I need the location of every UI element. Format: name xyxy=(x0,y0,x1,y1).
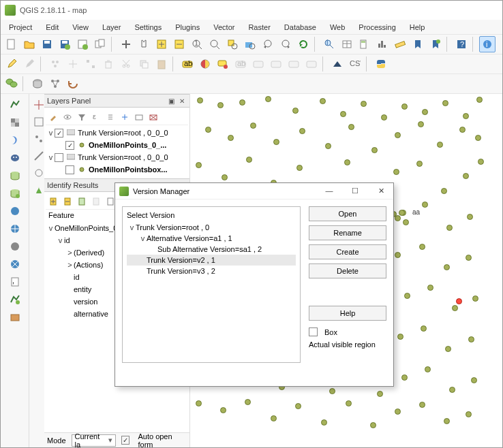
attribute-table-button[interactable] xyxy=(339,36,355,52)
collapse-all-button[interactable] xyxy=(119,111,131,123)
twisty-icon[interactable] xyxy=(66,285,74,293)
version-row[interactable]: Trunk Version=v3 , 2 xyxy=(127,266,296,276)
csw-button[interactable]: CSW xyxy=(347,56,363,72)
add-oracle-button[interactable] xyxy=(7,204,22,219)
pan-button[interactable] xyxy=(118,36,134,52)
field-calc-button[interactable] xyxy=(356,36,373,52)
menu-processing[interactable]: Processing xyxy=(352,22,402,33)
add-vector-button[interactable] xyxy=(7,97,22,112)
zoom-full-button[interactable] xyxy=(207,36,223,52)
browser-button[interactable] xyxy=(47,76,63,92)
version-row[interactable]: Trunk Version=v2 , 1 xyxy=(127,255,296,266)
bookmarks-button[interactable] xyxy=(410,36,426,52)
label-rule-button[interactable] xyxy=(197,56,213,72)
save-as-button[interactable] xyxy=(57,36,73,52)
open-button[interactable]: Open xyxy=(309,206,386,221)
zoom-out-button[interactable] xyxy=(171,36,187,52)
twisty-icon[interactable] xyxy=(150,245,157,253)
version-list[interactable]: vTrunk Version=root , 0vAlternative Vers… xyxy=(127,222,296,358)
python-console-button[interactable] xyxy=(373,56,389,72)
add-wms-button[interactable] xyxy=(7,221,22,236)
grass-button[interactable] xyxy=(31,182,47,198)
layer-row[interactable]: vTrunk Version=root , 0_0_0 xyxy=(46,151,188,163)
help-button[interactable]: Help xyxy=(309,306,386,321)
road-graph-button[interactable] xyxy=(31,148,47,164)
add-spatialite-button[interactable] xyxy=(7,133,22,148)
open-project-button[interactable] xyxy=(21,36,37,52)
new-bookmark-button[interactable] xyxy=(427,36,444,52)
maximize-button[interactable]: ☐ xyxy=(347,187,363,195)
twisty-icon[interactable] xyxy=(58,141,65,149)
layout-manager-button[interactable] xyxy=(92,36,108,52)
label-change-button[interactable] xyxy=(286,56,302,72)
edit-save-button[interactable] xyxy=(21,56,37,72)
add-csv-button[interactable]: , xyxy=(7,274,22,289)
twisty-icon[interactable]: v xyxy=(47,129,55,137)
twisty-icon[interactable]: v xyxy=(47,224,55,232)
mode-combo[interactable]: Current la ▾ xyxy=(72,434,116,447)
label-tool-button[interactable]: abc xyxy=(179,56,196,72)
stats-button[interactable] xyxy=(374,36,391,52)
new-layout-button[interactable] xyxy=(74,36,91,52)
twisty-icon[interactable] xyxy=(139,267,147,275)
expand-new-button[interactable] xyxy=(76,195,88,208)
twisty-icon[interactable]: > xyxy=(66,249,74,257)
version-row[interactable]: Sub Alternative Version=sa1 , 2 xyxy=(127,244,296,255)
remove-button[interactable] xyxy=(147,111,159,123)
twisty-icon[interactable]: > xyxy=(66,261,74,269)
twisty-icon[interactable]: v xyxy=(47,153,55,161)
new-project-button[interactable] xyxy=(3,36,20,52)
zoom-layer-button[interactable] xyxy=(242,36,258,52)
new-shapefile-button[interactable] xyxy=(7,292,22,307)
menu-help[interactable]: Help xyxy=(403,22,432,33)
zoom-last-button[interactable] xyxy=(260,36,276,52)
menu-web[interactable]: Web xyxy=(323,22,352,33)
processing-button[interactable] xyxy=(65,76,81,92)
zoom-next-button[interactable] xyxy=(277,36,294,52)
add-wfs-button[interactable] xyxy=(7,257,22,272)
twisty-icon[interactable] xyxy=(66,310,74,318)
layer-row[interactable]: vTrunk Version=root , 0_0_0 xyxy=(46,127,188,139)
pan-selection-button[interactable] xyxy=(136,36,152,52)
twisty-icon[interactable]: v xyxy=(139,234,147,242)
expand-tree-button[interactable] xyxy=(47,195,59,208)
measure-button[interactable] xyxy=(392,36,408,52)
create-button[interactable]: Create xyxy=(309,244,386,259)
twisty-icon[interactable] xyxy=(66,298,74,306)
style-button[interactable] xyxy=(47,111,59,123)
filter-eye-button[interactable] xyxy=(61,111,74,123)
box-checkbox[interactable] xyxy=(309,327,318,336)
menu-vector[interactable]: Vector xyxy=(207,22,241,33)
metasearch-button[interactable] xyxy=(329,56,346,72)
label-show-button[interactable]: abc xyxy=(232,56,249,72)
version-row[interactable]: vTrunk Version=root , 0 xyxy=(127,222,296,233)
minimize-button[interactable]: — xyxy=(321,187,337,195)
expand-all-button[interactable] xyxy=(104,111,117,123)
add-wcs-button[interactable] xyxy=(7,239,22,254)
add-feature-button[interactable] xyxy=(47,56,63,72)
add-postgis-button[interactable] xyxy=(7,150,22,165)
twisty-icon[interactable] xyxy=(139,256,147,264)
info-tool-active[interactable]: i xyxy=(479,36,496,52)
dialog-title-bar[interactable]: Version Manager — ☐ ✕ xyxy=(115,183,393,199)
add-db2-button[interactable] xyxy=(7,186,22,201)
menu-view[interactable]: View xyxy=(65,22,95,33)
auto-open-checkbox[interactable] xyxy=(121,436,129,445)
geom-checker-button[interactable] xyxy=(31,114,47,130)
add-group-button[interactable] xyxy=(133,111,145,123)
visibility-checkbox[interactable] xyxy=(55,153,63,162)
menu-edit[interactable]: Edit xyxy=(39,22,65,33)
version-row[interactable]: vAlternative Version=a1 , 1 xyxy=(127,233,296,244)
menu-layer[interactable]: Layer xyxy=(95,22,128,33)
paste-button[interactable] xyxy=(153,56,170,72)
visibility-checkbox[interactable] xyxy=(65,141,74,150)
move-feature-button[interactable] xyxy=(65,56,81,72)
layers-tree[interactable]: vTrunk Version=root , 0_0_0 OneMillonPoi… xyxy=(46,125,188,177)
layer-row[interactable]: OneMillonPoints_0_... xyxy=(46,139,188,151)
label-move-button[interactable] xyxy=(250,56,266,72)
add-raster-button[interactable] xyxy=(7,115,22,130)
refresh-button[interactable] xyxy=(295,36,311,52)
menu-settings[interactable]: Settings xyxy=(127,22,168,33)
rename-button[interactable]: Rename xyxy=(309,225,386,240)
filter-button[interactable] xyxy=(76,111,88,123)
